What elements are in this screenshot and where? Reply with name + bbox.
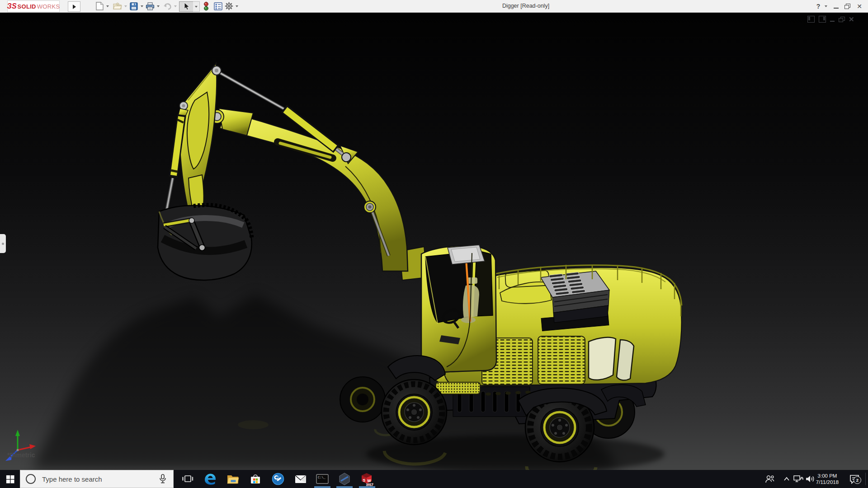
clock-time: 3:00 PM <box>818 473 837 479</box>
caret-down-icon <box>236 5 238 7</box>
graphics-viewport[interactable]: ✕ <box>0 12 868 470</box>
select-tool-dropdown[interactable] <box>193 1 200 12</box>
save-dropdown[interactable] <box>139 1 144 11</box>
menu-flyout-button[interactable] <box>68 1 80 12</box>
options-dropdown[interactable] <box>234 1 239 11</box>
view-orientation-label: *Dimetric <box>7 451 35 459</box>
flyout-arrow-icon <box>73 5 76 9</box>
titlebar: ЗS SOLIDWORKS <box>0 0 868 13</box>
people-button[interactable] <box>763 470 776 488</box>
restore-button[interactable] <box>842 1 853 11</box>
hidden-icons-button[interactable] <box>781 470 792 488</box>
svg-text:W: W <box>368 479 372 483</box>
support-assist-button[interactable] <box>267 470 289 488</box>
help-button[interactable]: ? <box>814 1 823 11</box>
show-desktop-divider[interactable] <box>865 473 866 485</box>
command-prompt-icon: C:\_ <box>316 473 329 485</box>
network-button[interactable] <box>792 470 805 488</box>
select-tool-button[interactable] <box>179 1 194 12</box>
front-wheel[interactable] <box>382 380 447 445</box>
notification-badge: 2 <box>854 476 861 484</box>
brand-works: WORKS <box>37 3 60 10</box>
sw-year-label: 2017 <box>366 483 373 486</box>
rebuild-button[interactable] <box>202 1 211 11</box>
minimize-icon <box>834 8 839 9</box>
store-icon <box>249 473 262 485</box>
caret-down-icon <box>825 5 827 7</box>
solidworks-logo[interactable]: ЗS SOLIDWORKS <box>7 0 60 12</box>
solidworks-2017-button[interactable]: S W 2017 <box>356 470 378 488</box>
printer-icon <box>146 2 155 10</box>
file-explorer-icon <box>226 473 240 485</box>
running-indicator-cmd <box>314 486 330 488</box>
file-explorer-button[interactable] <box>222 470 244 488</box>
gear-icon <box>225 2 233 10</box>
chevron-up-icon <box>783 476 790 482</box>
file-properties-icon <box>214 2 222 10</box>
toggle-left-pane-button[interactable] <box>807 16 815 23</box>
mail-button[interactable] <box>290 470 311 488</box>
operator-cab[interactable] <box>421 245 496 372</box>
open-folder-icon <box>113 2 122 10</box>
select-cursor-icon <box>184 3 190 10</box>
undo-arrow-icon <box>163 3 172 10</box>
edge-button[interactable] <box>199 470 221 488</box>
caret-down-icon <box>157 5 160 7</box>
new-dropdown[interactable] <box>105 1 110 11</box>
svg-text:S: S <box>363 478 366 483</box>
taskbar-clock[interactable]: 3:00 PM 7/11/2018 <box>814 470 841 488</box>
task-view-icon <box>181 473 194 485</box>
help-icon: ? <box>816 3 821 10</box>
wrench-circle-icon <box>271 472 285 486</box>
caret-down-icon <box>124 5 127 7</box>
pane-tab-dot <box>2 243 4 245</box>
doc-minimize-button[interactable] <box>830 21 835 22</box>
model-canvas[interactable] <box>0 12 868 470</box>
caret-down-icon <box>106 5 109 7</box>
hex-app-button[interactable] <box>334 470 355 488</box>
doc-restore-button[interactable] <box>839 17 844 22</box>
microphone-icon[interactable] <box>157 474 169 484</box>
search-input[interactable] <box>41 475 157 483</box>
undo-dropdown[interactable] <box>173 1 178 11</box>
cmd-prompt-text: C:\_ <box>318 476 326 479</box>
people-icon <box>764 474 775 484</box>
solidworks-logo-glyph: ЗS <box>7 3 17 10</box>
caret-down-icon <box>141 5 143 7</box>
traffic-light-icon <box>203 2 209 11</box>
running-indicator-sw <box>359 486 375 488</box>
start-button[interactable] <box>0 470 20 488</box>
bucket[interactable] <box>158 205 252 280</box>
caret-down-icon <box>195 6 198 8</box>
open-dropdown[interactable] <box>123 1 128 11</box>
close-button[interactable]: ✕ <box>854 1 865 11</box>
command-prompt-button[interactable]: C:\_ <box>311 470 333 488</box>
new-button[interactable] <box>94 1 105 11</box>
cortana-icon <box>26 474 36 484</box>
options-button[interactable] <box>223 1 234 11</box>
print-dropdown[interactable] <box>156 1 160 11</box>
edge-icon <box>203 472 217 486</box>
pane-right-icon <box>823 17 825 20</box>
taskbar-search[interactable] <box>20 470 174 488</box>
help-dropdown[interactable] <box>823 1 828 11</box>
close-icon: ✕ <box>857 3 862 10</box>
file-properties-button[interactable] <box>212 1 223 11</box>
toggle-right-pane-button[interactable] <box>819 16 826 23</box>
task-view-button[interactable] <box>177 470 198 488</box>
action-center-button[interactable]: 2 <box>846 470 863 488</box>
rear-windows <box>589 338 634 380</box>
store-button[interactable] <box>245 470 266 488</box>
open-button[interactable] <box>112 1 123 11</box>
mail-icon <box>294 473 307 485</box>
pane-left-icon <box>808 17 810 20</box>
new-document-icon <box>96 2 104 10</box>
minimize-button[interactable] <box>831 1 841 11</box>
feature-pane-tab[interactable] <box>0 234 6 253</box>
document-title: Digger [Read-only] <box>502 3 549 9</box>
solidworks-2017-icon: S W 2017 <box>360 472 374 486</box>
undo-button[interactable] <box>162 1 173 11</box>
doc-close-button[interactable]: ✕ <box>849 16 854 22</box>
save-button[interactable] <box>128 1 139 11</box>
print-button[interactable] <box>145 1 156 11</box>
